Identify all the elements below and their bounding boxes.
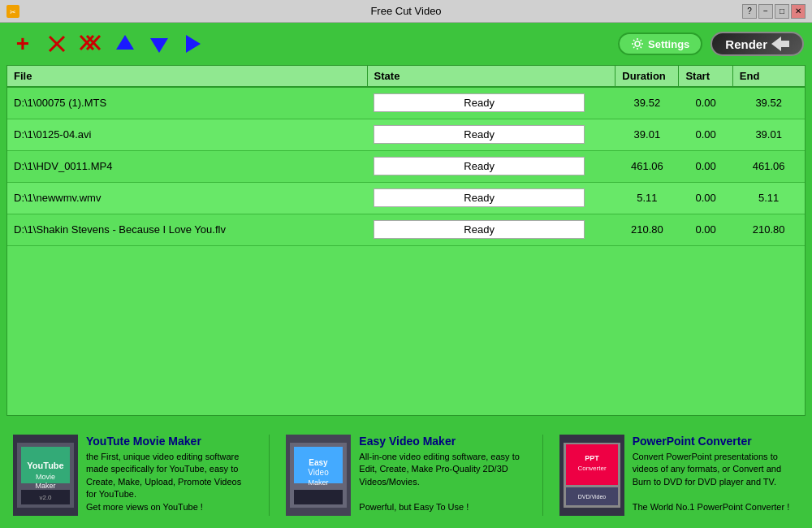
easy-video-desc: All-in-one video editing software, easy …	[359, 451, 525, 513]
file-table: File State Duration Start End D:\1\00075…	[7, 66, 805, 246]
settings-label: Settings	[648, 38, 689, 50]
start-cell: 0.00	[679, 214, 732, 245]
duration-cell: 5.11	[615, 182, 679, 214]
end-cell: 39.01	[732, 119, 805, 150]
move-up-button[interactable]	[110, 29, 140, 58]
render-button[interactable]: Render	[710, 32, 804, 56]
title-bar-left: ✂	[6, 5, 19, 18]
state-cell[interactable]: Ready	[367, 150, 615, 182]
svg-text:DVD/Video: DVD/Video	[577, 494, 606, 500]
state-button[interactable]: Ready	[374, 157, 585, 175]
svg-marker-10	[186, 35, 201, 53]
footer-divider-2	[542, 435, 543, 516]
youtube-maker-desc: the First, unique video editing software…	[86, 451, 253, 513]
table-row[interactable]: D:\1\HDV_0011.MP4Ready461.060.00461.06	[7, 150, 805, 182]
table-row[interactable]: D:\1\newwmv.wmvReady5.110.005.11	[7, 182, 805, 214]
end-cell: 210.80	[732, 214, 805, 245]
ppt-converter-thumb: PPT Converter DVD/Video	[559, 435, 624, 516]
footer-card-easy: Easy Video Maker Easy Video Maker All-in…	[286, 435, 525, 516]
header-file: File	[7, 66, 367, 87]
app-icon: ✂	[6, 5, 19, 18]
title-bar: ✂ Free Cut Video ? − □ ✕	[0, 0, 812, 23]
duration-cell: 210.80	[615, 214, 679, 245]
move-down-button[interactable]	[145, 29, 174, 58]
window-controls: ? − □ ✕	[742, 4, 806, 19]
table-row[interactable]: D:\1\0125-04.aviReady39.010.0039.01	[7, 119, 805, 150]
footer-divider-1	[269, 435, 270, 516]
svg-text:Movie: Movie	[36, 473, 55, 481]
toolbar-right: Settings Render	[618, 32, 804, 56]
start-cell: 0.00	[679, 87, 732, 119]
ppt-converter-desc: Convert PowerPoint presentations to vide…	[633, 451, 799, 513]
svg-text:Maker: Maker	[309, 478, 329, 487]
svg-marker-8	[116, 35, 134, 50]
file-cell: D:\1\HDV_0011.MP4	[7, 150, 367, 182]
duration-cell: 461.06	[615, 150, 679, 182]
add-file-button[interactable]: +	[8, 29, 37, 58]
easy-video-text: Easy Video Maker All-in-one video editin…	[359, 435, 525, 513]
state-button[interactable]: Ready	[374, 125, 585, 144]
state-button[interactable]: Ready	[374, 220, 585, 239]
svg-marker-12	[771, 37, 789, 51]
window-title: Free Cut Video	[370, 5, 441, 17]
start-cell: 0.00	[679, 119, 732, 150]
main-table-area: File State Duration Start End D:\1\00075…	[6, 65, 806, 416]
youtube-maker-text: YouTute Movie Maker the First, unique vi…	[86, 435, 253, 513]
svg-text:v2.0: v2.0	[39, 494, 52, 501]
duration-cell: 39.01	[615, 119, 679, 150]
table-row[interactable]: D:\1\Shakin Stevens - Because I Love You…	[7, 214, 805, 245]
state-cell[interactable]: Ready	[367, 87, 615, 119]
svg-point-11	[635, 41, 640, 46]
maximize-button[interactable]: □	[775, 4, 789, 19]
table-header-row: File State Duration Start End	[7, 66, 805, 87]
ppt-converter-text: PowerPoint Converter Convert PowerPoint …	[633, 435, 799, 513]
footer-card-ppt: PPT Converter DVD/Video PowerPoint Conve…	[559, 435, 799, 516]
duration-cell: 39.52	[615, 87, 679, 119]
youtube-maker-title: YouTute Movie Maker	[86, 435, 253, 448]
file-cell: D:\1\newwmv.wmv	[7, 182, 367, 214]
svg-text:✂: ✂	[10, 8, 16, 16]
svg-rect-27	[294, 490, 343, 504]
svg-text:Easy: Easy	[309, 458, 329, 467]
file-cell: D:\1\0125-04.avi	[7, 119, 367, 150]
state-cell[interactable]: Ready	[367, 119, 615, 150]
close-button[interactable]: ✕	[791, 4, 806, 19]
minimize-button[interactable]: −	[758, 4, 773, 19]
header-state: State	[367, 66, 615, 87]
play-button[interactable]	[179, 29, 208, 58]
easy-video-thumb: Easy Video Maker	[286, 435, 351, 516]
end-cell: 461.06	[732, 150, 805, 182]
svg-text:Video: Video	[309, 468, 330, 477]
end-cell: 5.11	[732, 182, 805, 214]
state-button[interactable]: Ready	[374, 93, 585, 112]
state-cell[interactable]: Ready	[367, 214, 615, 245]
table-row[interactable]: D:\1\00075 (1).MTSReady39.520.0039.52	[7, 87, 805, 119]
render-label: Render	[725, 37, 767, 51]
toolbar: + Settings	[0, 23, 812, 65]
svg-marker-9	[150, 38, 168, 53]
svg-text:YouTube: YouTube	[27, 461, 63, 470]
svg-text:Converter: Converter	[577, 465, 606, 472]
header-end: End	[732, 66, 805, 87]
help-button[interactable]: ?	[742, 4, 757, 19]
ppt-converter-title: PowerPoint Converter	[633, 435, 799, 448]
settings-button[interactable]: Settings	[618, 32, 702, 55]
svg-text:Maker: Maker	[35, 482, 55, 490]
header-duration: Duration	[615, 66, 679, 87]
footer: YouTube Movie Maker v2.0 YouTute Movie M…	[0, 422, 812, 528]
header-start: Start	[679, 66, 732, 87]
remove-all-button[interactable]	[76, 29, 106, 58]
state-button[interactable]: Ready	[374, 188, 585, 207]
footer-card-youtube: YouTube Movie Maker v2.0 YouTute Movie M…	[13, 435, 253, 516]
svg-text:PPT: PPT	[585, 454, 599, 462]
state-cell[interactable]: Ready	[367, 182, 615, 214]
youtube-maker-thumb: YouTube Movie Maker v2.0	[13, 435, 78, 516]
file-cell: D:\1\Shakin Stevens - Because I Love You…	[7, 214, 367, 245]
file-cell: D:\1\00075 (1).MTS	[7, 87, 367, 119]
start-cell: 0.00	[679, 150, 732, 182]
start-cell: 0.00	[679, 182, 732, 214]
end-cell: 39.52	[732, 87, 805, 119]
remove-file-button[interactable]	[42, 29, 71, 58]
easy-video-title: Easy Video Maker	[359, 435, 525, 448]
